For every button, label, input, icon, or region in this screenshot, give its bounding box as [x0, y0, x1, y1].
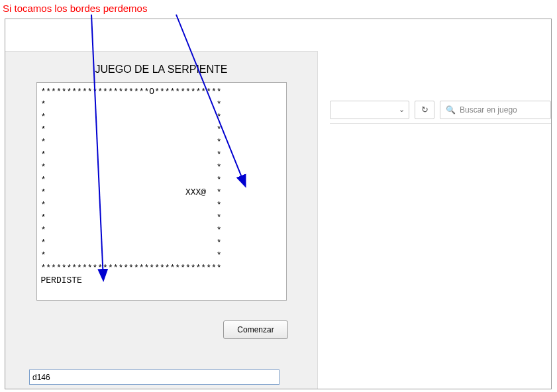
- search-icon: 🔍: [446, 105, 456, 115]
- chevron-down-icon: ⌄: [399, 105, 405, 114]
- game-panel: JUEGO DE LA SERPIENTE ******************…: [5, 51, 318, 389]
- game-board: *********************O************* * * …: [36, 82, 287, 301]
- search-box[interactable]: 🔍 Buscar en juego: [440, 101, 551, 119]
- window-frame: JUEGO DE LA SERPIENTE ******************…: [5, 19, 552, 389]
- refresh-icon: ↻: [421, 105, 429, 115]
- annotation-text: Si tocamos los bordes perdemos: [3, 3, 147, 14]
- toolbar: ⌄ ↻ 🔍 Buscar en juego: [330, 100, 551, 124]
- command-input[interactable]: [29, 369, 279, 385]
- refresh-button[interactable]: ↻: [415, 101, 434, 119]
- game-title: JUEGO DE LA SERPIENTE: [5, 52, 317, 82]
- dropdown[interactable]: ⌄: [330, 101, 409, 119]
- search-placeholder: Buscar en juego: [460, 105, 517, 115]
- start-button[interactable]: Comenzar: [223, 320, 288, 339]
- right-panel: ⌄ ↻ 🔍 Buscar en juego: [318, 51, 551, 389]
- title-bar-area: [5, 19, 551, 51]
